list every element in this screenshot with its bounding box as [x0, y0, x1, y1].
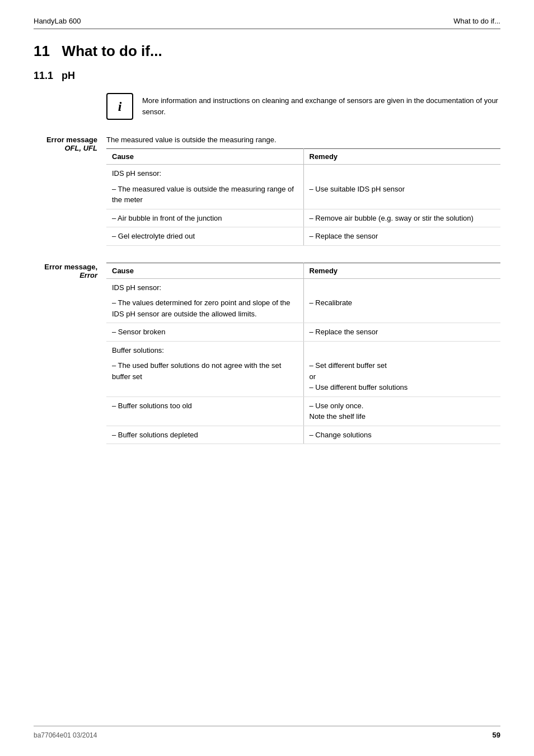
cause-cell: – Buffer solutions depleted	[106, 426, 303, 444]
remedy-cell: – Recalibrate	[303, 294, 500, 323]
error-section-2-content: Cause Remedy IDS pH sensor:– The values …	[106, 263, 500, 445]
remedy-cell	[303, 278, 500, 294]
cause-cell: – Gel electrolyte dried out	[106, 227, 303, 246]
error-label-2: Error message, Error	[34, 263, 106, 445]
footer-right: 59	[493, 731, 500, 739]
chapter-title: 11 What to do if...	[34, 43, 500, 60]
error-label-1: Error message OFL, UFL	[34, 136, 106, 246]
table-row: – Sensor broken– Replace the sensor	[106, 323, 500, 342]
remedy-cell: – Use suitable IDS pH sensor	[303, 180, 500, 209]
header-right: What to do if...	[453, 17, 500, 25]
remedy-header-2: Remedy	[303, 263, 500, 278]
table-row: – The values determined for zero point a…	[106, 294, 500, 323]
info-icon: i	[106, 93, 133, 120]
error-label-2-title: Error message,	[34, 263, 97, 271]
table-row: – Buffer solutions too old– Use only onc…	[106, 396, 500, 426]
cause-cell: – Sensor broken	[106, 323, 303, 342]
remedy-cell	[303, 165, 500, 180]
footer-bar: ba77064e01 03/2014 59	[34, 726, 500, 739]
section-title-text: pH	[62, 70, 75, 81]
cause-cell: – The used buffer solutions do not agree…	[106, 357, 303, 396]
error-label-1-title: Error message	[34, 136, 97, 144]
section-title: 11.1 pH	[34, 70, 500, 82]
table-row: – The used buffer solutions do not agree…	[106, 357, 500, 396]
error-label-1-sub: OFL, UFL	[34, 144, 97, 152]
error-table-1: Cause Remedy IDS pH sensor:– The measure…	[106, 148, 500, 246]
remedy-cell: – Use only once. Note the shelf life	[303, 396, 500, 426]
table-row: – Buffer solutions depleted– Change solu…	[106, 426, 500, 444]
table-row: – The measured value is outside the meas…	[106, 180, 500, 209]
cause-cell: Buffer solutions:	[106, 341, 303, 357]
error-description-1: The measured value is outside the measur…	[106, 136, 500, 144]
remedy-header-1: Remedy	[303, 149, 500, 165]
table-row: – Air bubble in front of the junction– R…	[106, 209, 500, 227]
info-box: i More information and instructions on c…	[106, 93, 500, 120]
cause-cell: – The values determined for zero point a…	[106, 294, 303, 323]
section-number: 11.1	[34, 70, 53, 81]
cause-cell: – Buffer solutions too old	[106, 396, 303, 426]
table-row: – Gel electrolyte dried out– Replace the…	[106, 227, 500, 246]
remedy-cell: – Replace the sensor	[303, 323, 500, 342]
error-table-2: Cause Remedy IDS pH sensor:– The values …	[106, 263, 500, 445]
error-section-1-content: The measured value is outside the measur…	[106, 136, 500, 246]
table-row: IDS pH sensor:	[106, 165, 500, 180]
info-text: More information and instructions on cle…	[142, 93, 500, 117]
error-label-2-sub: Error	[34, 271, 97, 279]
header-bar: HandyLab 600 What to do if...	[34, 17, 500, 29]
remedy-cell: – Replace the sensor	[303, 227, 500, 246]
cause-cell: – The measured value is outside the meas…	[106, 180, 303, 209]
page-container: HandyLab 600 What to do if... 11 What to…	[0, 0, 534, 756]
table-row: IDS pH sensor:	[106, 278, 500, 294]
remedy-cell: – Change solutions	[303, 426, 500, 444]
cause-header-1: Cause	[106, 149, 303, 165]
error-section-error: Error message, Error Cause Remedy IDS pH…	[34, 263, 500, 445]
footer-left: ba77064e01 03/2014	[34, 731, 97, 739]
chapter-title-text: What to do if...	[62, 43, 162, 59]
cause-cell: IDS pH sensor:	[106, 278, 303, 294]
error-section-ofl-ufl: Error message OFL, UFL The measured valu…	[34, 136, 500, 246]
cause-cell: IDS pH sensor:	[106, 165, 303, 180]
remedy-cell: – Set different buffer set or – Use diff…	[303, 357, 500, 396]
cause-cell: – Air bubble in front of the junction	[106, 209, 303, 227]
remedy-cell	[303, 341, 500, 357]
header-left: HandyLab 600	[34, 17, 81, 25]
chapter-number: 11	[34, 43, 50, 59]
remedy-cell: – Remove air bubble (e.g. sway or stir t…	[303, 209, 500, 227]
table-row: Buffer solutions:	[106, 341, 500, 357]
cause-header-2: Cause	[106, 263, 303, 278]
